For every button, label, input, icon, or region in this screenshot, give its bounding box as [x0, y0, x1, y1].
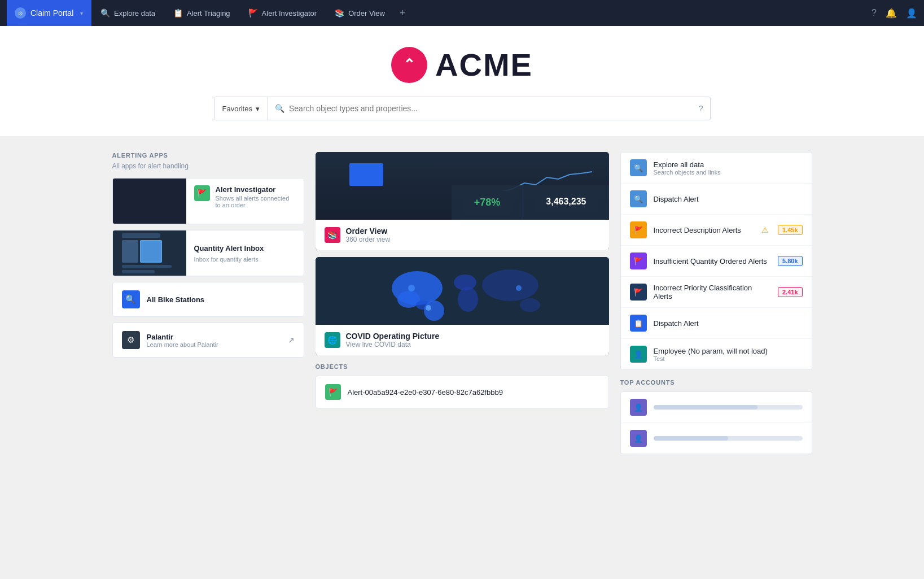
- brand-label: Claim Portal: [30, 8, 73, 18]
- bell-icon[interactable]: 🔔: [886, 8, 897, 19]
- brand-dropdown-icon: ▾: [80, 10, 83, 16]
- tab-alert-investigator-label: Alert Investigator: [262, 9, 317, 18]
- acme-circle-icon: ⌃: [391, 47, 427, 83]
- action-list: 🔍 Explore all data Search objects and li…: [620, 152, 812, 370]
- explore-all-data-icon: 🔍: [630, 159, 647, 176]
- qty-inbox-name: Quantity Alert Inbox: [194, 244, 264, 253]
- search-input[interactable]: [289, 104, 685, 113]
- help-icon[interactable]: ?: [872, 8, 877, 18]
- search-bar: Favorites ▾ 🔍 ?: [214, 97, 711, 120]
- covid-icon: 🌐: [325, 332, 340, 348]
- alerting-apps-title: ALERTING APPS: [112, 152, 304, 159]
- warning-icon: ⚠: [761, 225, 769, 234]
- search-icon: 🔍: [275, 104, 284, 113]
- object-icon: 🚩: [325, 384, 341, 400]
- employee-icon: 👤: [630, 346, 647, 363]
- action-employee[interactable]: 👤 Employee (No param, will not load) Tes…: [621, 339, 812, 369]
- svg-point-7: [482, 269, 538, 301]
- nav-tabs: 🔍 Explore data 📋 Alert Triaging 🚩 Alert …: [91, 0, 872, 26]
- search-help-icon[interactable]: ?: [692, 104, 710, 113]
- add-tab-button[interactable]: +: [394, 7, 411, 19]
- order-view-icon: 📚: [325, 227, 340, 243]
- account-item-2[interactable]: 👤: [621, 423, 812, 454]
- order-view-stat2: 3,463,235: [535, 191, 597, 212]
- favorites-button[interactable]: Favorites ▾: [214, 97, 268, 120]
- objects-title: OBJECTS: [316, 363, 609, 370]
- alert-triaging-icon: 📋: [173, 8, 183, 18]
- palantir-desc: Learn more about Palantir: [147, 341, 218, 348]
- action-incorrect-priority[interactable]: 🚩 Incorrect Priority Classification Aler…: [621, 277, 812, 308]
- palantir-icon: ⚙: [122, 331, 140, 349]
- account-1-icon: 👤: [630, 399, 647, 416]
- tab-alert-triaging[interactable]: 📋 Alert Triaging: [164, 0, 239, 26]
- covid-map-thumb: [316, 257, 609, 325]
- action-incorrect-desc[interactable]: 🚩 Incorrect Description Alerts ⚠ 1.45k: [621, 215, 812, 246]
- alert-investigator-icon: 🚩: [194, 185, 210, 201]
- order-view-thumb: +78% 3,463,235: [316, 152, 609, 220]
- svg-point-9: [408, 285, 415, 291]
- quantity-alert-inbox-card[interactable]: Quantity Alert Inbox Inbox for quantity …: [112, 230, 304, 276]
- nav-brand[interactable]: ⊙ Claim Portal ▾: [7, 0, 91, 26]
- insufficient-qty-icon: 🚩: [630, 253, 647, 269]
- top-accounts-title: TOP ACCOUNTS: [620, 379, 812, 386]
- order-view-desc: 360 order view: [346, 236, 391, 243]
- tab-explore-data[interactable]: 🔍 Explore data: [91, 0, 164, 26]
- account-item-1[interactable]: 👤: [621, 392, 812, 423]
- explore-all-data-desc: Search objects and links: [654, 169, 721, 176]
- tab-order-view[interactable]: 📚 Order View: [326, 0, 394, 26]
- incorrect-priority-badge: 2.41k: [778, 287, 803, 297]
- svg-point-8: [520, 298, 540, 312]
- employee-desc: Test: [654, 355, 768, 362]
- order-view-name: Order View: [346, 227, 391, 236]
- account-2-icon: 👤: [630, 430, 647, 447]
- insufficient-qty-name: Insufficient Quantity Ordered Alerts: [654, 257, 771, 265]
- alert-investigator-desc: Shows all alerts connected to an order: [216, 195, 296, 208]
- user-icon[interactable]: 👤: [906, 8, 917, 19]
- account-2-bar: [654, 436, 728, 441]
- alerting-apps-subtitle: All apps for alert handling: [112, 162, 304, 170]
- incorrect-desc-badge: 1.45k: [778, 225, 803, 235]
- acme-title: ACME: [435, 46, 533, 83]
- palantir-card[interactable]: ⚙ Palantir Learn more about Palantir ↗: [112, 323, 304, 358]
- object-item[interactable]: 🚩 Alert-00a5a924-e2e0-e307-6e80-82c7a62f…: [316, 376, 609, 408]
- favorites-dropdown-icon: ▾: [256, 105, 260, 113]
- acme-logo: ⌃ ACME: [391, 46, 533, 83]
- alert-investigator-icon: 🚩: [248, 8, 258, 18]
- main-content: ALERTING APPS All apps for alert handlin…: [67, 136, 857, 470]
- dispatch-alert-2-icon: 📋: [630, 315, 647, 332]
- incorrect-desc-name: Incorrect Description Alerts: [654, 226, 755, 234]
- action-explore-all-data[interactable]: 🔍 Explore all data Search objects and li…: [621, 153, 812, 184]
- covid-card[interactable]: 🌐 COVID Operating Picture View live COVI…: [316, 257, 609, 355]
- tab-alert-investigator[interactable]: 🚩 Alert Investigator: [239, 0, 326, 26]
- left-column: ALERTING APPS All apps for alert handlin…: [112, 152, 304, 454]
- action-dispatch-alert-2[interactable]: 📋 Dispatch Alert: [621, 308, 812, 339]
- dispatch-alert-1-icon: 🔍: [630, 190, 647, 207]
- all-bike-stations-card[interactable]: 🔍 All Bike Stations: [112, 282, 304, 317]
- brand-icon: ⊙: [15, 7, 26, 19]
- svg-point-4: [424, 301, 444, 321]
- explore-data-icon: 🔍: [100, 8, 110, 18]
- palantir-name: Palantir: [147, 333, 218, 341]
- alert-investigator-card[interactable]: 🚩 Alert Investigator Shows all alerts co…: [112, 178, 304, 224]
- explore-all-data-name: Explore all data: [654, 160, 721, 169]
- qty-inbox-desc: Inbox for quantity alerts: [194, 256, 259, 263]
- order-view-stat1: +78%: [463, 191, 512, 214]
- order-view-featured-card[interactable]: +78% 3,463,235 📚 Order View 360 order vi…: [316, 152, 609, 250]
- incorrect-priority-name: Incorrect Priority Classification Alerts: [654, 284, 771, 301]
- alert-investigator-thumb: [113, 179, 186, 224]
- mid-column: +78% 3,463,235 📚 Order View 360 order vi…: [316, 152, 609, 454]
- nav-right-icons: ? 🔔 👤: [872, 8, 917, 19]
- action-insufficient-qty[interactable]: 🚩 Insufficient Quantity Ordered Alerts 5…: [621, 246, 812, 277]
- page-header: ⌃ ACME Favorites ▾ 🔍 ?: [0, 26, 924, 136]
- covid-desc: View live COVID data: [346, 341, 440, 349]
- tab-order-view-label: Order View: [348, 9, 385, 18]
- covid-name: COVID Operating Picture: [346, 332, 440, 341]
- dispatch-alert-2-name: Dispatch Alert: [654, 319, 803, 328]
- insufficient-qty-badge: 5.80k: [778, 256, 803, 266]
- order-view-icon: 📚: [335, 8, 344, 18]
- svg-point-11: [516, 285, 522, 291]
- employee-name: Employee (No param, will not load): [654, 347, 768, 355]
- account-1-bar: [654, 405, 758, 410]
- alert-investigator-name: Alert Investigator: [216, 185, 296, 194]
- action-dispatch-alert-1[interactable]: 🔍 Dispatch Alert: [621, 184, 812, 215]
